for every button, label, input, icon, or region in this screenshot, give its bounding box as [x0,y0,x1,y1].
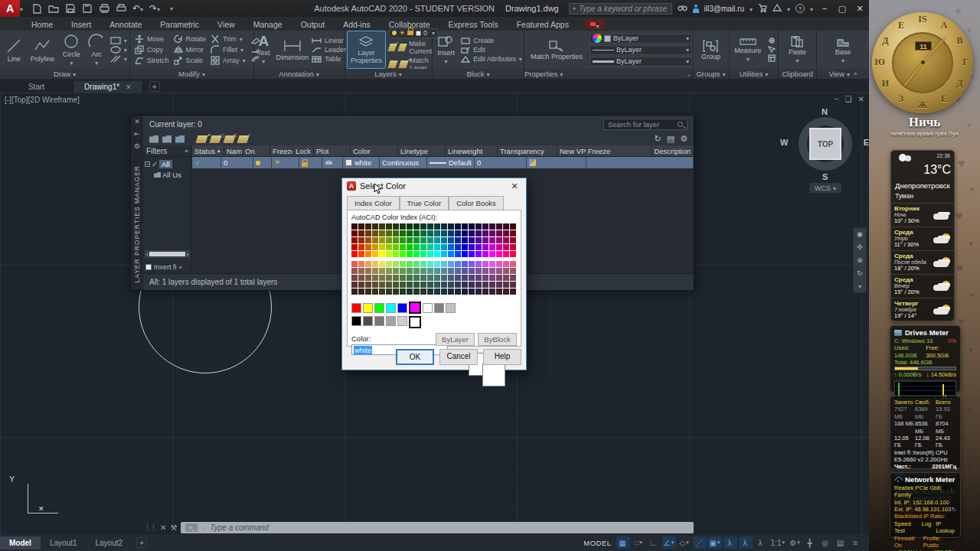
ortho-mode[interactable]: ∟ [647,536,661,549]
block-panel-label[interactable]: Block [433,69,524,79]
aci-color-cell[interactable] [379,261,385,267]
layout2-tab[interactable]: Layout2 [86,536,132,549]
aci-color-cell[interactable] [427,261,433,267]
aci-color-cell[interactable] [372,223,378,230]
aci-color-cell[interactable] [489,230,495,236]
object-color-combo[interactable]: ByLayer [590,34,692,44]
aci-color-cell[interactable] [448,244,454,250]
aci-color-cell[interactable] [510,237,516,243]
aci-color-cell[interactable] [358,289,364,295]
aci-color-cell[interactable] [434,244,440,250]
viewcube-west[interactable]: W [780,138,788,147]
aci-color-cell[interactable] [393,230,399,236]
circle-tool[interactable]: Circle [60,31,83,69]
settings-gear-icon[interactable]: ⚙ [680,134,688,144]
column-header[interactable]: Transparency [498,145,557,156]
aci-color-cell[interactable] [407,244,413,250]
aci-color-cell[interactable] [503,289,509,295]
autodesk-caret-icon[interactable] [787,4,790,13]
arc-tool[interactable]: Arc [85,31,108,69]
aci-color-cell[interactable] [469,223,475,230]
start-tab[interactable]: Start [0,81,74,93]
aci-color-cell[interactable] [462,230,468,236]
aci-color-cell[interactable] [386,261,392,267]
create-block-tool[interactable]: Create [461,37,522,44]
help-button[interactable]: Help [483,349,521,365]
utilities-panel-label[interactable]: Utilities [730,69,778,79]
aci-color-cell[interactable] [475,251,482,257]
aci-color-cell[interactable] [427,282,433,288]
column-header[interactable]: Plot [314,145,351,156]
aci-color-cell[interactable] [379,230,385,236]
object-snap-tracking[interactable]: ⋰ [693,536,707,549]
aci-color-cell[interactable] [379,268,385,274]
aci-color-cell[interactable] [407,230,413,236]
group-tool[interactable]: Group [698,31,724,69]
viewport-restore-icon[interactable]: ❑ [845,95,852,103]
aci-color-cell[interactable] [358,244,364,250]
grid-display[interactable]: ▦ [616,536,630,549]
aci-color-cell[interactable] [351,282,358,288]
qat-customize-icon[interactable] [165,2,178,15]
rectangle-tool[interactable] [110,37,127,44]
network-link[interactable]: Speed Test [894,520,917,535]
aci-color-cell[interactable] [496,230,502,236]
gray-color-swatch[interactable] [386,316,396,326]
annotation-scale-value[interactable]: 1:1▾ [769,536,786,549]
aci-color-cell[interactable] [462,289,468,295]
network-link[interactable]: Log [922,520,932,535]
scale-tool[interactable]: Scale [174,56,207,65]
aci-color-cell[interactable] [434,268,440,274]
aci-color-cell[interactable] [372,282,378,288]
new-file-icon[interactable] [31,2,43,15]
aci-color-cell[interactable] [510,282,516,288]
drawing-tab[interactable]: Drawing1*✕ [74,81,143,93]
insert-block-tool[interactable]: Insert [434,31,458,69]
aci-color-cell[interactable] [489,251,495,257]
standard-color-swatch[interactable] [351,303,361,313]
aci-color-cell[interactable] [496,268,502,274]
command-history-caret-icon[interactable] [202,520,205,534]
aci-color-cell[interactable] [482,282,488,288]
mirror-tool[interactable]: Mirror [174,45,207,54]
layer-properties-button[interactable]: Layer Properties [347,31,386,69]
customization-gear[interactable]: ⚙▾ [788,536,802,549]
navbar-more-icon[interactable] [858,282,861,290]
column-header[interactable]: New VP Freeze [557,145,652,156]
aci-color-cell[interactable] [420,230,426,236]
aci-color-cell[interactable] [400,275,406,281]
aci-color-cell[interactable] [434,261,440,267]
search-binoculars-icon[interactable] [678,4,688,13]
aci-color-cell[interactable] [386,282,392,288]
aci-color-cell[interactable] [427,244,433,250]
aci-color-cell[interactable] [407,251,413,257]
aci-color-cell[interactable] [365,275,371,281]
aci-color-cell[interactable] [455,237,461,243]
forecast-row[interactable]: Среда Утро 11° / 30% [891,227,954,250]
aci-color-cell[interactable] [400,268,406,274]
layer-on-icon[interactable] [256,161,260,165]
column-header[interactable]: Description [652,145,694,156]
gray-color-swatch[interactable] [351,316,361,326]
aci-color-cell[interactable] [427,275,433,281]
aci-color-cell[interactable] [455,289,461,295]
aci-color-cell[interactable] [372,237,378,243]
standard-color-swatch[interactable] [423,303,433,313]
column-header[interactable]: Status [192,145,224,156]
viewport-close-icon[interactable]: ✕ [858,95,864,103]
aci-color-cell[interactable] [462,261,468,267]
palette-close-icon[interactable]: ✕ [134,118,140,126]
full-navigation-wheel-icon[interactable]: ◉ [857,230,863,238]
aci-color-cell[interactable] [358,282,364,288]
linetype-combo[interactable]: ByLayer [590,45,692,55]
polar-tracking[interactable]: ∠▾ [662,536,676,549]
forecast-row[interactable]: Среда После обеда 18° / 20% [891,250,954,274]
aci-color-cell[interactable] [448,237,454,243]
aci-color-cell[interactable] [469,275,475,281]
aci-color-cell[interactable] [427,223,433,230]
properties-dialog-launcher-icon[interactable]: ⌟ [687,70,690,77]
ornate-clock-widget[interactable]: ІЅАВГДЕЖЗИЮДЕ 11 [872,12,973,113]
aci-color-cell[interactable] [365,244,371,250]
aci-color-cell[interactable] [462,268,468,274]
aci-color-cell[interactable] [407,268,413,274]
